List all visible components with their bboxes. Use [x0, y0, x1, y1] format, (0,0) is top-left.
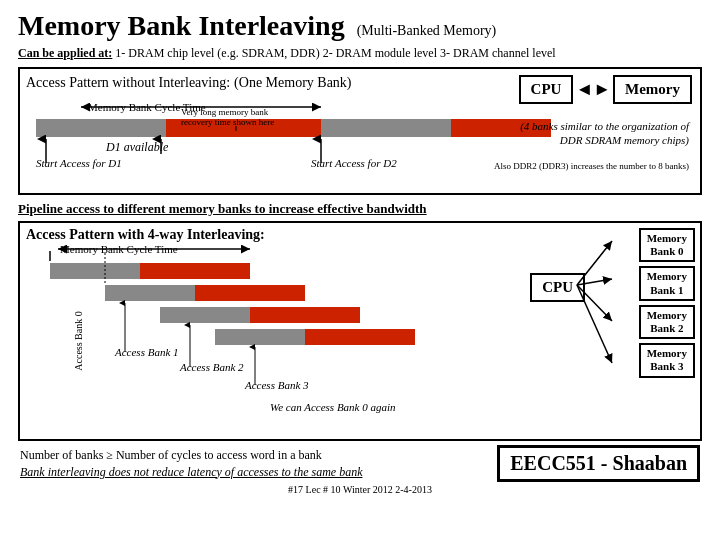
- applied-line: Can be applied at: 1- DRAM chip level (e…: [18, 46, 702, 61]
- main-title: Memory Bank Interleaving: [18, 10, 345, 42]
- d1-avail-label: D1 available: [105, 140, 169, 154]
- memory-bank-3: MemoryBank 3: [639, 343, 695, 377]
- pipeline-line: Pipeline access to different memory bank…: [18, 201, 702, 217]
- section1-title: Access Pattern without Interleaving: (On…: [26, 73, 352, 91]
- pipeline-text: Pipeline access to different memory bank…: [18, 201, 427, 216]
- applied-label: Can be applied at:: [18, 46, 112, 60]
- bar-d2-gray: [321, 119, 451, 137]
- very-long-text: Very long memory bank: [181, 107, 269, 117]
- svg-text:We can Access Bank 0 again: We can Access Bank 0 again: [270, 401, 396, 413]
- svg-text:Access Bank 1: Access Bank 1: [114, 346, 179, 358]
- svg-rect-15: [50, 263, 140, 279]
- very-long-text2: recovery time shown here: [181, 117, 274, 127]
- svg-text:Access Bank 2: Access Bank 2: [179, 361, 244, 373]
- bottom-area: Number of banks ≥ Number of cycles to ac…: [18, 445, 702, 482]
- eecc-box: EECC551 - Shaaban: [497, 445, 700, 482]
- footer-note: #17 Lec # 10 Winter 2012 2-4-2013: [18, 484, 702, 495]
- memory-bank-1: MemoryBank 1: [639, 266, 695, 300]
- slide: Memory Bank Interleaving (Multi-Banked M…: [0, 0, 720, 540]
- four-banks-note: (4 banks similar to the organization of …: [499, 119, 689, 148]
- bottom-left: Number of banks ≥ Number of cycles to ac…: [20, 448, 485, 480]
- svg-text:Access Bank 0: Access Bank 0: [73, 311, 84, 370]
- svg-rect-16: [140, 263, 250, 279]
- svg-rect-21: [215, 329, 305, 345]
- section2-timeline-svg: Memory Bank Cycle Time Access Bank 0: [30, 241, 590, 436]
- memory-banks: MemoryBank 0 MemoryBank 1 MemoryBank 2 M…: [639, 228, 695, 378]
- num-banks-text: Number of banks ≥ Number of cycles to ac…: [20, 448, 485, 463]
- start-d2-label: Start Access for D2: [311, 157, 397, 169]
- memory-bank-0: MemoryBank 0: [639, 228, 695, 262]
- section1-timeline-svg: Memory Bank Cycle Time: [26, 99, 566, 189]
- applied-options: 1- DRAM chip level (e.g. SDRAM, DDR) 2- …: [115, 46, 555, 60]
- section1: Access Pattern without Interleaving: (On…: [18, 67, 702, 195]
- bar-d1-gray: [36, 119, 166, 137]
- svg-rect-18: [195, 285, 305, 301]
- title-row: Memory Bank Interleaving (Multi-Banked M…: [18, 10, 702, 42]
- svg-text:Access Bank 3: Access Bank 3: [244, 379, 309, 391]
- bank-interleaving-note: Bank interleaving does not reduce latenc…: [20, 465, 485, 480]
- memory-bank-2: MemoryBank 2: [639, 305, 695, 339]
- subtitle: (Multi-Banked Memory): [357, 23, 497, 39]
- svg-rect-20: [250, 307, 360, 323]
- also-note: Also DDR2 (DDR3) increases the number to…: [494, 161, 689, 171]
- svg-rect-17: [105, 285, 195, 301]
- svg-rect-22: [305, 329, 415, 345]
- svg-rect-19: [160, 307, 250, 323]
- start-d1-label: Start Access for D1: [36, 157, 122, 169]
- section2: Access Pattern with 4-way Interleaving: …: [18, 221, 702, 441]
- double-arrow-icon: ◄►: [575, 79, 611, 100]
